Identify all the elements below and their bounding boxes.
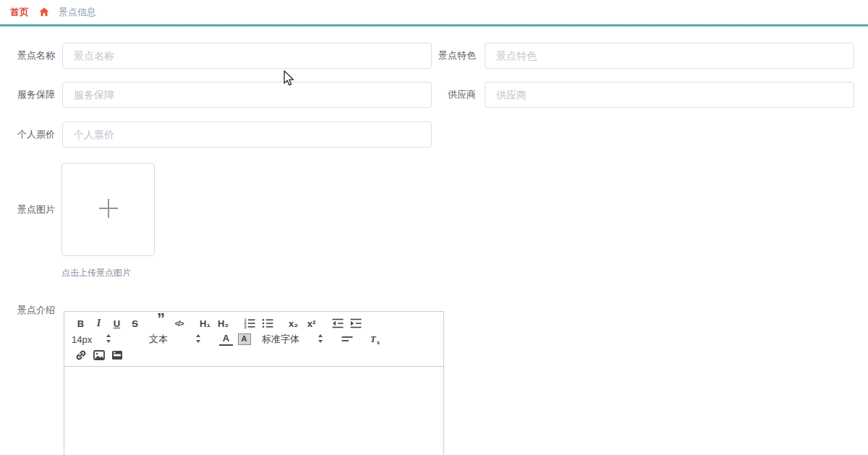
breadcrumb-home-link[interactable]: 首页 xyxy=(10,6,29,19)
underline-button[interactable]: U xyxy=(108,315,126,331)
text-color-icon: A xyxy=(219,333,233,346)
font-family-picker[interactable]: 标准字体 xyxy=(262,333,323,346)
header-1-button[interactable]: H₁ xyxy=(196,315,214,331)
toolbar-row-3 xyxy=(72,347,443,363)
ordered-list-icon: 123 xyxy=(243,317,256,330)
align-left-icon xyxy=(341,333,354,346)
supplier-label: 供应商 xyxy=(431,82,476,108)
paragraph-style-picker[interactable]: 文本 xyxy=(149,333,201,346)
updown-arrow-icon xyxy=(318,333,323,346)
strikethrough-button[interactable]: S xyxy=(126,315,144,331)
service-guarantee-label: 服务保障 xyxy=(17,82,55,108)
breadcrumb-current: 景点信息 xyxy=(59,6,96,19)
blockquote-button[interactable]: ” xyxy=(152,315,170,323)
align-button[interactable] xyxy=(338,331,356,347)
video-icon xyxy=(111,349,124,362)
header-2-button[interactable]: H₂ xyxy=(214,315,232,331)
svg-text:3: 3 xyxy=(244,325,246,329)
ordered-list-button[interactable]: 123 xyxy=(240,315,258,331)
outdent-button[interactable] xyxy=(328,315,346,331)
editor-content-area[interactable] xyxy=(64,367,443,455)
bullet-list-button[interactable] xyxy=(258,315,276,331)
italic-button[interactable]: I xyxy=(90,315,108,331)
indent-icon xyxy=(349,317,362,330)
scenic-name-input[interactable] xyxy=(62,43,432,69)
background-color-button[interactable]: A xyxy=(235,331,253,347)
bold-button[interactable]: B xyxy=(72,315,90,331)
plus-icon xyxy=(98,197,119,222)
subscript-button[interactable]: x₂ xyxy=(284,315,302,331)
bullet-list-icon xyxy=(261,317,274,330)
paragraph-style-value: 文本 xyxy=(149,333,168,346)
clear-format-icon: Tx xyxy=(370,333,380,346)
scenic-feature-input[interactable] xyxy=(485,43,854,69)
indent-button[interactable] xyxy=(346,315,365,331)
outdent-icon xyxy=(331,317,344,330)
image-upload-button[interactable] xyxy=(61,163,155,256)
code-block-button[interactable]: </> xyxy=(170,315,188,331)
upload-hint-text: 点击上传景点图片 xyxy=(61,267,131,279)
insert-image-button[interactable] xyxy=(90,347,108,363)
font-family-value: 标准字体 xyxy=(262,333,299,346)
insert-video-button[interactable] xyxy=(108,347,126,363)
insert-link-button[interactable] xyxy=(72,347,90,363)
toolbar-row-2: 14px 文本 A A 标准字体 xyxy=(72,331,443,347)
rich-text-editor: B I U S ” </> H₁ H₂ 123 xyxy=(64,311,444,455)
scenic-intro-label: 景点介绍 xyxy=(17,297,55,323)
home-icon xyxy=(39,7,49,17)
service-guarantee-input[interactable] xyxy=(62,82,432,108)
image-icon xyxy=(93,349,106,362)
supplier-input[interactable] xyxy=(485,82,854,108)
text-color-button[interactable]: A xyxy=(217,331,235,347)
font-size-value: 14px xyxy=(72,334,92,345)
scenic-name-label: 景点名称 xyxy=(17,43,55,69)
ticket-price-label: 个人票价 xyxy=(17,122,55,148)
updown-arrow-icon xyxy=(106,333,111,346)
ticket-price-input[interactable] xyxy=(62,122,432,148)
link-icon xyxy=(75,349,88,362)
clear-format-button[interactable]: Tx xyxy=(366,331,384,347)
superscript-button[interactable]: x² xyxy=(302,315,320,331)
font-size-picker[interactable]: 14px xyxy=(72,333,111,346)
editor-toolbar: B I U S ” </> H₁ H₂ 123 xyxy=(64,312,443,367)
updown-arrow-icon xyxy=(195,333,201,346)
breadcrumb: 首页 景点信息 xyxy=(0,0,868,24)
scenic-image-label: 景点图片 xyxy=(17,197,55,223)
accent-divider xyxy=(0,24,868,27)
scenic-feature-label: 景点特色 xyxy=(431,43,476,69)
toolbar-row-1: B I U S ” </> H₁ H₂ 123 xyxy=(72,315,443,331)
background-color-icon: A xyxy=(238,333,251,345)
